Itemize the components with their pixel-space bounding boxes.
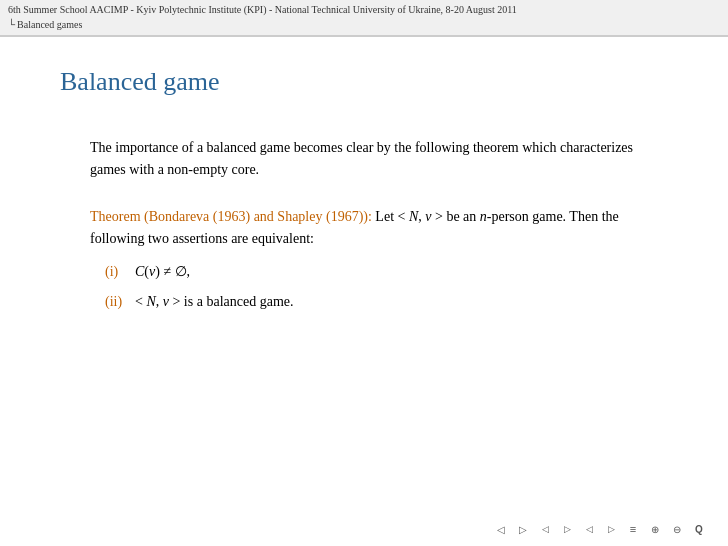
assertion-item-2: (ii) < N, v > is a balanced game.: [105, 291, 668, 313]
nav-prev-page[interactable]: ◁: [536, 522, 554, 536]
conference-title: 6th Summer School AACIMP - Kyiv Polytech…: [8, 3, 720, 17]
assertions-list: (i) C(v) ≠ ∅, (ii) < N, v > is a balance…: [105, 261, 668, 314]
breadcrumb-label: Balanced games: [17, 18, 82, 32]
theorem-block: Theorem (Bondareva (1963) and Shapley (1…: [90, 206, 668, 314]
nav-prev-section[interactable]: ◁: [492, 522, 510, 536]
assertion-label-i: (i): [105, 261, 135, 283]
navigation-controls[interactable]: ◁ ▷ ◁ ▷ ◁ ▷ ≡ ⊕ ⊖ Q: [492, 522, 708, 536]
assertion-label-ii: (ii): [105, 291, 135, 313]
nav-next-page[interactable]: ▷: [558, 522, 576, 536]
theorem-first-line: Theorem (Bondareva (1963) and Shapley (1…: [90, 206, 668, 251]
assertion-item-1: (i) C(v) ≠ ∅,: [105, 261, 668, 283]
intro-paragraph: The importance of a balanced game become…: [90, 137, 668, 182]
nav-zoom-in[interactable]: ⊕: [646, 522, 664, 536]
nav-menu[interactable]: ≡: [624, 522, 642, 536]
nav-next-section[interactable]: ▷: [514, 522, 532, 536]
assertion-content-i: C(v) ≠ ∅,: [135, 261, 190, 283]
nav-zoom-out[interactable]: ⊖: [668, 522, 686, 536]
nav-prev-slide[interactable]: ◁: [580, 522, 598, 536]
breadcrumb-arrow: └: [8, 18, 15, 32]
page-title: Balanced game: [60, 67, 668, 97]
theorem-label: Theorem (Bondareva (1963) and Shapley (1…: [90, 209, 372, 224]
top-bar: 6th Summer School AACIMP - Kyiv Polytech…: [0, 0, 728, 36]
nav-next-slide[interactable]: ▷: [602, 522, 620, 536]
main-content: Balanced game The importance of a balanc…: [0, 37, 728, 353]
breadcrumb: └ Balanced games: [8, 18, 720, 32]
nav-search[interactable]: Q: [690, 522, 708, 536]
assertion-content-ii: < N, v > is a balanced game.: [135, 291, 293, 313]
